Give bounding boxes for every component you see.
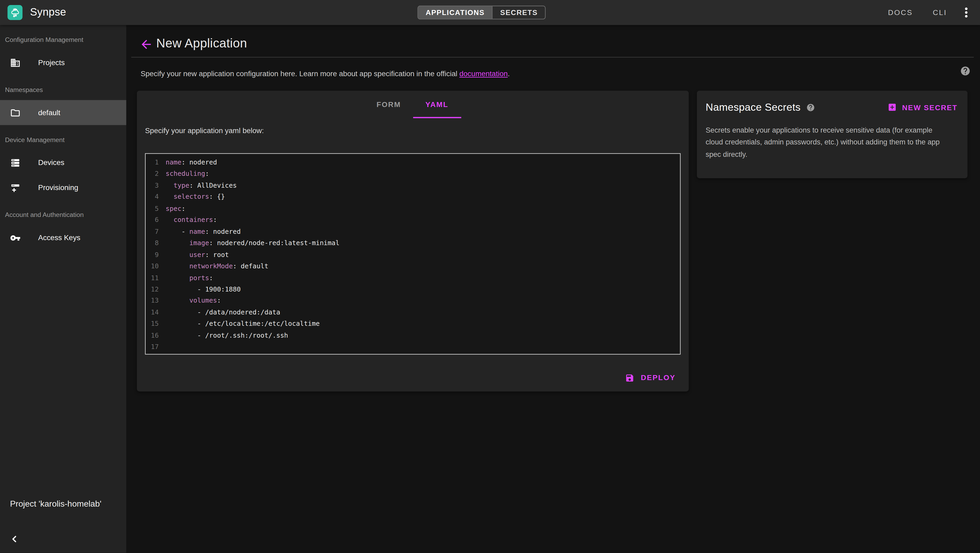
line-number: 13 <box>146 295 159 306</box>
new-secret-button-label: NEW SECRET <box>902 103 957 112</box>
deploy-button[interactable]: DEPLOY <box>620 368 681 387</box>
line-number: 3 <box>146 180 159 191</box>
line-number: 7 <box>146 226 159 237</box>
help-icon[interactable] <box>960 65 970 76</box>
toggle-secrets[interactable]: SECRETS <box>492 6 545 19</box>
kebab-menu-icon[interactable] <box>958 4 975 21</box>
sidebar-item-label: Projects <box>38 58 65 67</box>
server-plus-icon <box>10 182 21 193</box>
editor-tabs: FORM YAML <box>137 91 689 118</box>
add-box-icon <box>888 102 897 112</box>
line-number: 17 <box>146 341 159 353</box>
code-line: 3 type: AllDevices <box>146 180 680 191</box>
chevron-left-icon <box>9 534 20 545</box>
line-number: 11 <box>146 272 159 284</box>
topbar: Synpse APPLICATIONSSECRETS DOCS CLI <box>0 0 980 25</box>
synpse-app: Synpse APPLICATIONSSECRETS DOCS CLI Conf… <box>0 0 980 553</box>
code-line: 12 - 1900:1880 <box>146 284 680 295</box>
synpse-cloud-logo-icon <box>7 5 22 20</box>
header-divider <box>131 57 974 57</box>
code-line: 16 - /root/.ssh:/root/.ssh <box>146 330 680 341</box>
code-line: 14 - /data/nodered:/data <box>146 306 680 318</box>
sidebar-item-access-keys[interactable]: Access Keys <box>0 225 126 250</box>
sidebar-item-label: default <box>38 108 60 117</box>
line-content: spec: <box>159 202 186 214</box>
line-number: 4 <box>146 191 159 202</box>
sidebar-section-header: Configuration Management <box>0 35 126 45</box>
line-content: - /data/nodered:/data <box>159 306 280 318</box>
secrets-title: Namespace Secrets <box>705 101 800 113</box>
docs-button[interactable]: DOCS <box>878 3 922 22</box>
sidebar-item-label: Devices <box>38 158 65 167</box>
current-project-label: Project 'karolis-homelab' <box>10 499 102 508</box>
folder-icon <box>10 107 21 118</box>
sidebar-section-header: Namespaces <box>0 85 126 95</box>
secrets-description: Secrets enable your applications to rece… <box>697 115 959 160</box>
line-content: - /etc/localtime:/etc/localtime <box>159 318 320 330</box>
app-title: Synpse <box>30 6 66 19</box>
intro-text: Specify your new application configurati… <box>141 69 510 78</box>
line-number: 6 <box>146 214 159 226</box>
cli-button[interactable]: CLI <box>923 3 956 22</box>
sidebar-item-projects[interactable]: Projects <box>0 50 126 75</box>
code-line: 5spec: <box>146 202 680 214</box>
line-content: ports: <box>159 272 213 284</box>
view-toggle: APPLICATIONSSECRETS <box>418 6 546 19</box>
line-content: - /root/.ssh:/root/.ssh <box>159 330 288 341</box>
yaml-instruction-label: Specify your application yaml below: <box>145 126 264 135</box>
main-content: New Application Specify your new applica… <box>126 25 980 553</box>
sidebar-nav: Configuration ManagementProjectsNamespac… <box>0 25 126 250</box>
line-number: 2 <box>146 168 159 180</box>
line-number: 1 <box>146 156 159 168</box>
sidebar-item-default[interactable]: default <box>0 100 126 125</box>
code-line: 7 - name: nodered <box>146 226 680 237</box>
line-number: 12 <box>146 284 159 295</box>
code-line: 15 - /etc/localtime:/etc/localtime <box>146 318 680 330</box>
sidebar-section: Configuration ManagementProjects <box>0 25 126 75</box>
code-line: 2scheduling: <box>146 168 680 180</box>
line-content: containers: <box>159 214 217 226</box>
line-number: 8 <box>146 237 159 249</box>
brand[interactable]: Synpse <box>0 5 66 20</box>
code-line: 11 ports: <box>146 272 680 284</box>
back-button[interactable] <box>139 37 153 51</box>
yaml-editor[interactable]: 1name: nodered2scheduling:3 type: AllDev… <box>145 153 681 354</box>
line-number: 5 <box>146 202 159 214</box>
line-content: name: nodered <box>159 156 217 168</box>
application-editor-card: FORM YAML Specify your application yaml … <box>137 91 689 391</box>
line-content: networkMode: default <box>159 260 269 272</box>
new-secret-button[interactable]: NEW SECRET <box>886 100 959 115</box>
code-line: 4 selectors: {} <box>146 191 680 202</box>
line-content: image: nodered/node-red:latest-minimal <box>159 237 340 249</box>
code-line: 10 networkMode: default <box>146 260 680 272</box>
key-icon <box>10 232 21 243</box>
sidebar-section: Account and AuthenticationAccess Keys <box>0 200 126 250</box>
sidebar-item-label: Access Keys <box>38 233 80 242</box>
documentation-link[interactable]: documentation <box>460 69 508 78</box>
line-content: type: AllDevices <box>159 180 237 191</box>
save-icon <box>625 373 635 382</box>
sidebar-section-header: Account and Authentication <box>0 210 126 220</box>
line-number: 14 <box>146 306 159 318</box>
line-content: volumes: <box>159 295 221 306</box>
sidebar-item-provisioning[interactable]: Provisioning <box>0 175 126 200</box>
line-number: 16 <box>146 330 159 341</box>
line-content: - name: nodered <box>159 226 241 237</box>
page-title: New Application <box>156 37 247 51</box>
tab-form[interactable]: FORM <box>364 91 413 118</box>
tab-yaml[interactable]: YAML <box>413 91 461 118</box>
line-content: scheduling: <box>159 168 209 180</box>
line-number: 15 <box>146 318 159 330</box>
sidebar-collapse-button[interactable] <box>5 529 24 548</box>
code-line: 17 <box>146 341 680 353</box>
code-line: 8 image: nodered/node-red:latest-minimal <box>146 237 680 249</box>
help-icon[interactable] <box>806 103 815 112</box>
line-content: user: root <box>159 249 229 260</box>
sidebar-item-devices[interactable]: Devices <box>0 150 126 175</box>
servers-icon <box>10 157 21 168</box>
toggle-applications[interactable]: APPLICATIONS <box>418 6 492 19</box>
code-line: 13 volumes: <box>146 295 680 306</box>
namespace-secrets-card: Namespace Secrets NEW SECRET Secrets ena… <box>697 91 967 178</box>
code-line: 1name: nodered <box>146 156 680 168</box>
sidebar-section: Device ManagementDevicesProvisioning <box>0 125 126 200</box>
